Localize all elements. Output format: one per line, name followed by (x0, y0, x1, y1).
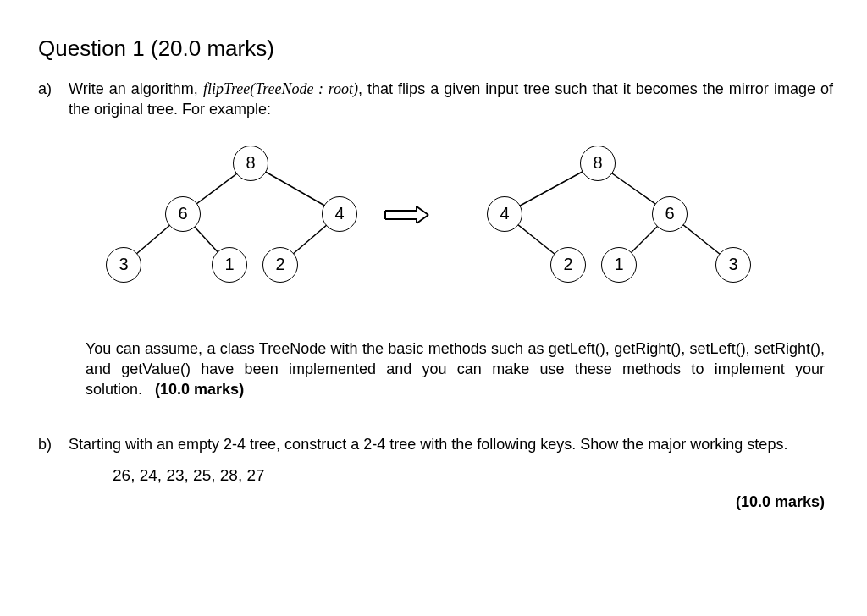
right-node-3: 3 (715, 247, 751, 283)
part-b-body: Starting with an empty 2-4 tree, constru… (69, 434, 833, 454)
left-node-3: 3 (106, 247, 141, 283)
svg-line-10 (417, 206, 428, 215)
left-node-4: 4 (322, 196, 357, 232)
part-a: a) Write an algorithm, flipTree(TreeNode… (38, 79, 833, 120)
part-letter-a: a) (38, 79, 69, 99)
svg-line-11 (417, 215, 428, 223)
part-letter-b: b) (38, 434, 69, 454)
part-a-marks: (10.0 marks) (155, 381, 244, 398)
right-node-4: 4 (487, 196, 522, 232)
left-node-6: 6 (165, 196, 201, 232)
right-node-1: 1 (601, 247, 637, 283)
left-node-2: 2 (262, 247, 298, 283)
left-node-1: 1 (212, 247, 247, 283)
function-signature: flipTree(TreeNode : root) (203, 80, 358, 97)
right-node-8: 8 (580, 146, 616, 181)
tree-diagram: 8 6 4 3 1 2 8 4 6 2 1 3 (64, 129, 833, 315)
left-node-8: 8 (233, 146, 268, 181)
part-b-marks: (10.0 marks) (38, 492, 825, 512)
part-a-body: Write an algorithm, flipTree(TreeNode : … (69, 79, 833, 120)
part-a-assume: You can assume, a class TreeNode with th… (86, 338, 825, 400)
right-node-2: 2 (550, 247, 586, 283)
question-heading: Question 1 (20.0 marks) (38, 34, 833, 63)
part-b: b) Starting with an empty 2-4 tree, cons… (38, 434, 833, 454)
part-b-keys: 26, 24, 23, 25, 28, 27 (113, 465, 833, 487)
part-a-lead: Write an algorithm, (69, 80, 203, 97)
arrow-icon (381, 203, 430, 232)
right-node-6: 6 (652, 196, 688, 232)
